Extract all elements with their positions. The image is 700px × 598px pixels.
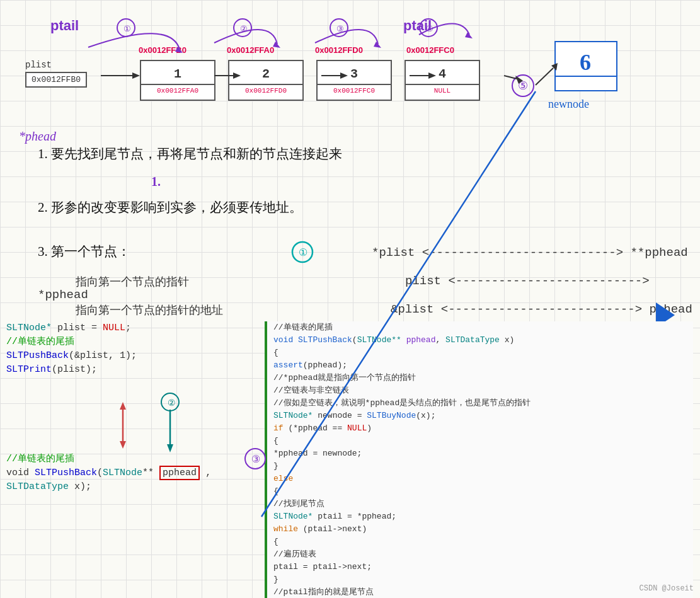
code-r-ptailnext: ptail = ptail->next; [273,561,693,573]
code-r-brace5: { [273,536,693,548]
code-r-ptail: SLTNode* ptail = *pphead; [273,510,693,523]
ptr-explanation: *plist <--------------------------> **pp… [38,246,688,260]
addr-label-2: 0x0012FFA0 [227,45,274,55]
code-left-line-2: SLTPushBack(&plist, 1); [6,349,258,363]
code-r-else: else [273,473,693,485]
ptail-label-1: ptail [50,18,79,34]
code-r-comment3: //空链表与非空链表 [273,384,693,397]
code-left-line-3: SLTPrint(plist); [6,363,258,377]
code-r-assign1: *pphead = newnode; [273,447,693,460]
newnode-label: newnode [548,98,589,111]
code-right: //单链表的尾插 void SLTPushBack(SLTNode** pphe… [265,321,693,598]
node-2-value: 2 [229,64,302,85]
code-left-line-1: SLTNode* plist = NULL; [6,321,258,335]
code-r-comment5: //找到尾节点 [273,498,693,510]
code-left: SLTNode* plist = NULL; //单链表的尾插 SLTPushB… [6,321,258,494]
text-line-1: 1. 要先找到尾节点，再将尾节点和新的节点连接起来 [38,145,342,163]
addr-label-3: 0x0012FFD0 [315,45,363,55]
code-r-comment2: //*pphead就是指向第一个节点的指针 [273,372,693,384]
plist-box: plist 0x0012FFB0 [25,60,87,88]
code-spacer [6,377,258,452]
node-4-value: 4 [406,64,479,85]
plist-label: plist [25,60,87,70]
code-left-func: void SLTPushBack(SLTNode** pphead , SLTD… [6,466,258,494]
plist-addr: 0x0012FFB0 [25,72,87,88]
node-3: 3 0x0012FFC0 [316,60,392,101]
content-wrapper: ptail ptail 0x0012FFB0 0x0012FFA0 0x0012… [0,0,700,598]
code-r-brace4: { [273,485,693,498]
addr-label-4: 0x0012FFC0 [406,45,454,55]
ptr-desc-3: 指向第一个节点的指针的地址 [76,302,223,318]
ptr-desc-2: 指向第一个节点的指针 [76,274,189,289]
circle-5: ⑤ [512,74,534,97]
code-r-brace1: { [273,347,693,359]
watermark: CSDN @Joseit [640,584,694,593]
node-1-next: 0x0012FFA0 [157,85,198,96]
code-r-brace6: } [273,573,693,586]
code-r-assert: assert(pphead); [273,359,693,372]
code-r-brace3: } [273,460,693,473]
code-r-if: if (*pphead == NULL) [273,422,693,435]
code-r-newnode: SLTNode* newnode = SLTBuyNode(x); [273,410,693,422]
node-2-next: 0x0012FFD0 [245,85,287,96]
code-r-comment6: //遍历链表 [273,548,693,561]
code-left-comment-2: //单链表的尾插 [6,452,258,466]
node-1-value: 1 [141,64,214,85]
node-4-next: NULL [434,85,450,96]
phead-label: *phead [19,129,56,144]
main-container: ② ③ ① ① ② ③ ④ 1. ptail ptail 0x0012FFB0 … [0,0,700,598]
addr-label-1: 0x0012FFB0 [139,45,186,55]
code-r-func: void SLTPushBack(SLTNode** pphead, SLTDa… [273,334,693,347]
node-1: 1 0x0012FFA0 [140,60,215,101]
node-3-next: 0x0012FFC0 [333,85,375,96]
text-line-2: 2. 形参的改变要影响到实参，必须要传地址。 [38,198,302,216]
node-3-value: 3 [318,64,391,85]
code-r-comment4: //假如是空链表，就说明*pphead是头结点的指针，也是尾节点的指针 [273,397,693,410]
code-left-comment-1: //单链表的尾插 [6,335,258,349]
newnode-value: 6 [580,49,591,76]
code-r-while: while (ptail->next) [273,523,693,536]
code-r-brace2: { [273,435,693,447]
ptail-label-2: ptail [403,18,432,34]
node-2: 2 0x0012FFD0 [228,60,304,101]
code-r-comment1: //单链表的尾插 [273,321,693,334]
code-r-comment7: //ptail指向的就是尾节点 [273,586,693,598]
node-4: 4 NULL [405,60,480,101]
